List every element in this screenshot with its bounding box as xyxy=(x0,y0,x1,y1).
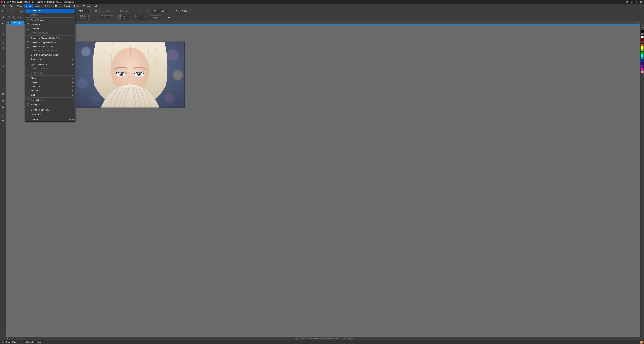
pencil-icon[interactable] xyxy=(16,337,18,340)
menu-item[interactable]: Histogram... xyxy=(25,102,75,107)
minimize-button[interactable] xyxy=(630,0,634,4)
color-swatch[interactable] xyxy=(641,68,644,70)
save-button[interactable] xyxy=(14,9,18,13)
menu-item[interactable]: Resample... xyxy=(25,22,75,26)
chevron-down-icon[interactable]: ▾ xyxy=(87,10,90,12)
menu-item[interactable]: Mirror▶ xyxy=(25,76,75,80)
color-swatch[interactable] xyxy=(641,70,644,73)
color-swatch[interactable] xyxy=(641,57,644,60)
color-swatch[interactable] xyxy=(641,54,644,57)
tab-arrow-icon[interactable]: ▸ xyxy=(638,21,640,24)
menu-mask[interactable]: Mask xyxy=(53,4,62,8)
menu-item[interactable]: Smart Carver... xyxy=(25,18,75,22)
fullscreen-button[interactable] xyxy=(94,9,98,13)
gear-icon[interactable] xyxy=(1,341,4,344)
color-swatch[interactable] xyxy=(641,43,644,46)
document-tab[interactable]: Bitmap xyxy=(11,21,24,24)
menu-effects[interactable]: Effects xyxy=(43,4,53,8)
color-swatch[interactable] xyxy=(641,33,644,35)
red-eye-tool[interactable] xyxy=(1,59,5,64)
skew-spinners[interactable]: 0,0 °▴▾ 0,0 °▴▾ xyxy=(134,14,146,20)
menu-item[interactable]: Transform▶ xyxy=(25,89,75,93)
menu-edit[interactable]: Edit xyxy=(8,4,16,8)
finish-editing-button[interactable]: Finish Editing xyxy=(173,9,191,13)
menu-item[interactable]: Convert to Black and White (1-bit)... xyxy=(25,36,75,40)
fill-tool[interactable] xyxy=(1,118,5,123)
rectangle-tool[interactable] xyxy=(1,86,5,90)
scale-spinners[interactable]: 100 %▴▾ 100 %▴▾ xyxy=(79,14,91,20)
position-mode-button[interactable] xyxy=(1,15,6,20)
share-icon[interactable] xyxy=(625,0,629,4)
maximize-button[interactable] xyxy=(634,0,638,4)
chevron-left-icon[interactable]: ‹ xyxy=(21,337,22,340)
menu-item[interactable]: Split Channels To▶ xyxy=(25,62,75,66)
menu-item[interactable]: Convert to Grayscale (8-bit)... xyxy=(25,40,75,44)
mask-transform-tool[interactable] xyxy=(1,32,5,37)
menu-item[interactable]: Convert to CMYK Color (32-bit) xyxy=(25,53,75,57)
zoom-tool[interactable] xyxy=(1,45,5,50)
angle-spinner[interactable]: 0,0 °▴▾ xyxy=(101,15,113,19)
menu-item[interactable]: Cutout Lab... xyxy=(25,8,75,13)
no-color-swatch[interactable] xyxy=(641,27,644,30)
scale-mode-button[interactable] xyxy=(12,15,16,20)
print-button[interactable] xyxy=(19,9,24,13)
close-button[interactable] xyxy=(639,0,643,4)
expand-right-icon[interactable]: » xyxy=(638,337,639,340)
brush-tool[interactable] xyxy=(1,80,5,85)
expand-icon[interactable]: » xyxy=(7,337,8,340)
menu-item[interactable]: Correction▶ xyxy=(25,84,75,89)
transparency-tool[interactable] xyxy=(1,105,5,109)
color-swatch[interactable] xyxy=(641,52,644,54)
status-indicator-icon[interactable] xyxy=(640,341,643,344)
mask-overlay-button[interactable] xyxy=(124,9,129,13)
crop-tool[interactable] xyxy=(1,40,5,45)
menu-item[interactable]: Convert To▶ xyxy=(25,57,75,61)
color-swatch[interactable] xyxy=(641,41,644,43)
eyedropper-tool[interactable] xyxy=(1,113,5,117)
open-button[interactable] xyxy=(6,9,11,13)
color-swatch[interactable] xyxy=(641,35,644,38)
apply-button[interactable]: Apply xyxy=(149,15,161,19)
lock-ratio-button[interactable] xyxy=(92,15,96,20)
chevron-right-icon[interactable]: › xyxy=(634,337,634,340)
text-tool[interactable] xyxy=(1,72,5,77)
add-preset-button[interactable] xyxy=(167,15,172,20)
menu-item[interactable]: Document Options... xyxy=(25,108,75,112)
menu-help[interactable]: Help xyxy=(92,4,100,8)
launch-combo[interactable]: Launch ▾ xyxy=(152,9,168,13)
pick-tool[interactable] xyxy=(1,21,5,26)
zoom-input[interactable] xyxy=(78,10,87,12)
color-swatch[interactable] xyxy=(641,65,644,68)
rotate-mode-button[interactable] xyxy=(6,15,11,20)
mask-visible-button[interactable] xyxy=(119,9,124,13)
menu-item[interactable]: Convert to Paletted (8-bit)... xyxy=(25,44,75,49)
menu-window[interactable]: Window xyxy=(81,4,92,8)
color-swatch[interactable] xyxy=(641,49,644,52)
color-swatch[interactable] xyxy=(641,46,644,49)
color-swatch[interactable] xyxy=(641,62,644,65)
clone-tool[interactable] xyxy=(1,54,5,58)
new-button[interactable] xyxy=(1,9,6,13)
grid-button[interactable] xyxy=(106,9,111,13)
size-mode-button[interactable] xyxy=(17,15,22,20)
zoom-combo[interactable]: ▾ xyxy=(78,9,90,13)
color-swatch[interactable] xyxy=(641,38,644,41)
menu-image[interactable]: Image xyxy=(24,4,33,8)
menu-item[interactable]: Paper Size... xyxy=(25,112,75,116)
color-drag-bar[interactable]: » ▸ ‹ Drag colors (or objects) here to s… xyxy=(6,337,640,340)
canvas-workarea[interactable] xyxy=(6,25,640,337)
image-canvas[interactable] xyxy=(76,41,185,108)
color-swatch[interactable] xyxy=(641,60,644,62)
menu-item[interactable]: Rotate▶ xyxy=(25,80,75,84)
menu-item[interactable]: Duplicate... xyxy=(25,26,75,31)
menu-adjust[interactable]: Adjust xyxy=(33,4,43,8)
home-tab[interactable] xyxy=(6,21,11,24)
menu-item[interactable]: Crop▶ xyxy=(25,93,75,97)
eraser-tool[interactable] xyxy=(1,91,5,96)
dropshadow-tool[interactable] xyxy=(1,99,5,104)
menu-file[interactable]: File xyxy=(1,4,8,8)
ruler-button[interactable] xyxy=(101,9,106,13)
guidelines-button[interactable] xyxy=(112,9,116,13)
add-tool-button[interactable] xyxy=(1,332,5,337)
menu-view[interactable]: View xyxy=(16,4,24,8)
